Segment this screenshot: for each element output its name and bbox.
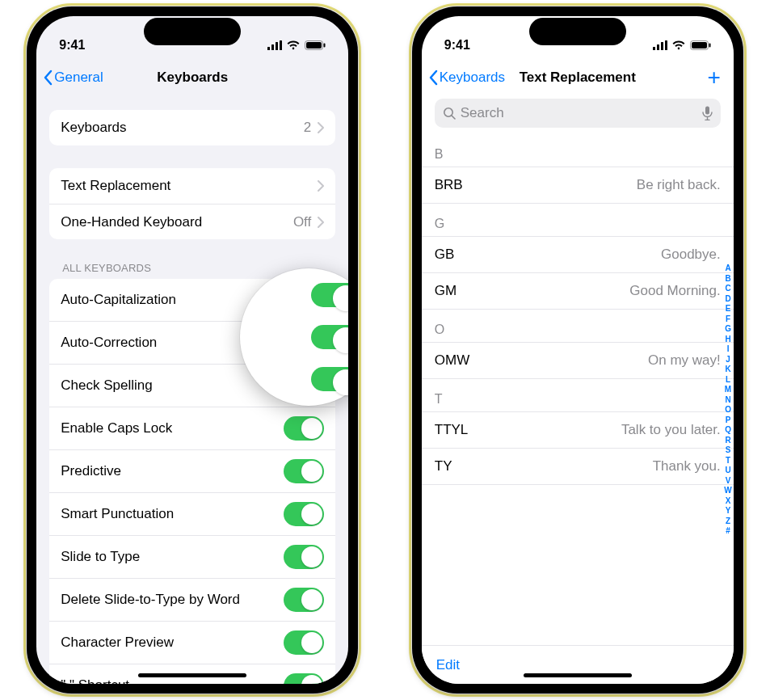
toggle-row: Slide to Type	[49, 535, 335, 578]
status-icons	[653, 40, 711, 50]
chevron-left-icon	[43, 70, 53, 86]
toolbar: Edit	[422, 645, 734, 684]
switch[interactable]	[284, 545, 324, 569]
toggle-label: "." Shortcut	[61, 677, 129, 684]
phrase-text: Be right back.	[637, 177, 721, 193]
shortcut-text: OMW	[435, 352, 469, 369]
replacement-row[interactable]: GBGoodbye.	[422, 237, 734, 273]
toggle-row: Smart Punctuation	[49, 492, 335, 535]
shortcut-text: TTYL	[435, 422, 469, 438]
one-handed-row[interactable]: One-Handed Keyboard Off	[49, 204, 335, 239]
keyboards-row[interactable]: Keyboards 2	[49, 110, 335, 145]
index-letter[interactable]: R	[724, 436, 731, 446]
replacement-row[interactable]: TYThank you.	[422, 449, 734, 485]
replacement-row[interactable]: OMWOn my way!	[422, 343, 734, 379]
index-letter[interactable]: Z	[724, 517, 731, 527]
status-time: 9:41	[59, 38, 85, 53]
toggle-label: Check Spelling	[61, 377, 152, 394]
one-handed-label: One-Handed Keyboard	[61, 214, 202, 230]
edit-button[interactable]: Edit	[436, 657, 460, 673]
svg-rect-9	[661, 42, 663, 50]
wifi-icon	[672, 40, 685, 50]
search-bar[interactable]: Search	[435, 99, 721, 128]
one-handed-value: Off	[293, 214, 311, 230]
index-letter[interactable]: V	[724, 476, 731, 487]
index-letter[interactable]: Y	[724, 506, 731, 517]
shortcut-text: GM	[435, 283, 457, 299]
phrase-text: Goodbye.	[661, 247, 721, 263]
section-header: O	[422, 310, 734, 343]
index-letter[interactable]: O	[724, 405, 731, 415]
index-letter[interactable]: #	[724, 526, 731, 537]
index-letter[interactable]: Q	[724, 425, 731, 436]
svg-rect-5	[306, 42, 322, 48]
keyboards-label: Keyboards	[61, 120, 126, 136]
svg-rect-8	[657, 44, 659, 50]
text-replacement-row[interactable]: Text Replacement	[49, 168, 335, 204]
svg-line-15	[452, 116, 455, 119]
status-time: 9:41	[444, 38, 470, 53]
group-text-options: Text Replacement One-Handed Keyboard Off	[49, 168, 335, 239]
section-header: B	[422, 134, 734, 167]
battery-icon	[690, 40, 711, 50]
phrase-text: Good Morning.	[629, 283, 720, 299]
nav-title: Text Replacement	[520, 70, 636, 86]
screen-text-replacement: 9:41 Keyboards Text Replacement + Search	[422, 16, 734, 684]
index-letter[interactable]: J	[724, 355, 731, 365]
index-letter[interactable]: L	[724, 375, 731, 386]
index-letter[interactable]: T	[724, 456, 731, 466]
nav-title: Keyboards	[157, 70, 228, 86]
index-letter[interactable]: W	[724, 486, 731, 496]
index-letter[interactable]: H	[724, 335, 731, 345]
add-button[interactable]: +	[707, 66, 720, 89]
switch[interactable]	[284, 630, 324, 655]
index-letter[interactable]: C	[724, 284, 731, 294]
svg-rect-3	[280, 40, 282, 50]
index-letter[interactable]: I	[724, 344, 731, 355]
switch[interactable]	[284, 459, 324, 483]
chevron-right-icon	[318, 217, 324, 228]
svg-rect-7	[653, 47, 655, 50]
index-letter[interactable]: F	[724, 314, 731, 325]
home-indicator[interactable]	[524, 673, 632, 677]
toggle-label: Slide to Type	[61, 549, 140, 565]
back-button[interactable]: General	[43, 70, 103, 86]
index-letter[interactable]: D	[724, 294, 731, 305]
toggle-label: Enable Caps Lock	[61, 420, 172, 436]
toggle-label: Smart Punctuation	[61, 506, 174, 522]
replacement-row[interactable]: BRBBe right back.	[422, 167, 734, 204]
index-letter[interactable]: U	[724, 466, 731, 476]
toggle-label: Character Preview	[61, 635, 174, 651]
svg-rect-12	[692, 42, 707, 48]
back-label: Keyboards	[440, 70, 505, 86]
index-letter[interactable]: K	[724, 365, 731, 375]
magnified-toggle	[311, 367, 348, 391]
svg-rect-6	[324, 44, 326, 48]
mic-icon[interactable]	[702, 106, 713, 120]
replacement-row[interactable]: TTYLTalk to you later.	[422, 412, 734, 449]
index-letter[interactable]: B	[724, 274, 731, 285]
back-button[interactable]: Keyboards	[428, 70, 505, 86]
index-letter[interactable]: N	[724, 395, 731, 406]
index-letter[interactable]: S	[724, 445, 731, 456]
toggle-label: Predictive	[61, 463, 121, 479]
index-letter[interactable]: G	[724, 324, 731, 335]
index-letter[interactable]: M	[724, 385, 731, 395]
back-label: General	[54, 70, 103, 86]
index-letter[interactable]: E	[724, 304, 731, 314]
index-letter[interactable]: X	[724, 496, 731, 507]
switch[interactable]	[284, 416, 324, 441]
svg-rect-16	[705, 107, 709, 115]
cellular-icon	[653, 40, 667, 50]
home-indicator[interactable]	[138, 673, 246, 677]
switch[interactable]	[284, 502, 324, 526]
index-letter[interactable]: P	[724, 415, 731, 426]
section-index[interactable]: ABCDEFGHIJKLMNOPQRSTUVWXYZ#	[724, 264, 731, 537]
magnified-toggle	[311, 325, 348, 349]
toggle-row: Character Preview	[49, 621, 335, 664]
replacement-row[interactable]: GMGood Morning.	[422, 273, 734, 310]
chevron-right-icon	[318, 122, 324, 133]
index-letter[interactable]: A	[724, 264, 731, 274]
switch[interactable]	[284, 673, 324, 684]
switch[interactable]	[284, 588, 324, 612]
